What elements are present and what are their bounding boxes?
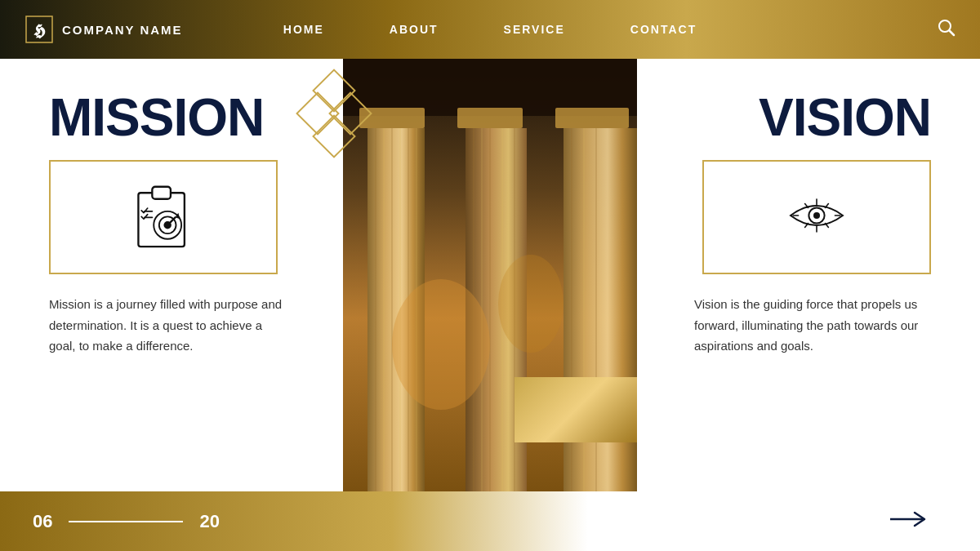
mission-icon-box bbox=[49, 160, 278, 274]
svg-text:𝕳: 𝕳 bbox=[33, 21, 46, 39]
footer: 06 20 bbox=[0, 491, 980, 551]
header: 𝕳 COMPANY NAME HOME ABOUT SERVICE CONTAC… bbox=[0, 0, 980, 59]
vision-icon-box bbox=[702, 160, 931, 274]
svg-point-36 bbox=[498, 255, 564, 353]
vision-title: VISION bbox=[759, 91, 931, 144]
mission-clipboard-icon bbox=[131, 179, 196, 256]
svg-point-38 bbox=[813, 212, 820, 219]
gold-decoration bbox=[514, 377, 637, 442]
vision-section: VISION bbox=[637, 59, 980, 491]
nav-service[interactable]: SERVICE bbox=[504, 23, 565, 36]
logo-icon: 𝕳 bbox=[24, 15, 54, 44]
next-arrow-icon[interactable] bbox=[890, 509, 931, 535]
center-image-area bbox=[343, 59, 637, 491]
page-line bbox=[69, 521, 183, 522]
logo-area[interactable]: 𝕳 COMPANY NAME bbox=[24, 15, 183, 44]
main-nav: HOME ABOUT SERVICE CONTACT bbox=[283, 23, 697, 36]
svg-line-3 bbox=[950, 30, 955, 35]
nav-about[interactable]: ABOUT bbox=[390, 23, 439, 36]
company-name: COMPANY NAME bbox=[62, 23, 183, 37]
nav-contact[interactable]: CONTACT bbox=[630, 23, 697, 36]
nav-home[interactable]: HOME bbox=[283, 23, 324, 36]
pillars-image bbox=[343, 59, 637, 491]
svg-rect-14 bbox=[343, 59, 637, 116]
vision-eye-icon bbox=[784, 191, 849, 243]
search-icon[interactable] bbox=[938, 19, 956, 41]
svg-point-35 bbox=[392, 279, 490, 410]
page-end: 20 bbox=[199, 511, 219, 532]
mission-section: MISSION bbox=[0, 59, 343, 491]
mission-description: Mission is a journey filled with purpose… bbox=[49, 294, 286, 357]
svg-rect-5 bbox=[152, 187, 171, 199]
mission-title: MISSION bbox=[49, 91, 310, 144]
svg-rect-17 bbox=[555, 108, 629, 128]
page-start: 06 bbox=[33, 511, 52, 532]
svg-rect-16 bbox=[457, 108, 523, 128]
main-content: MISSION bbox=[0, 59, 980, 491]
footer-pagination: 06 20 bbox=[33, 511, 220, 532]
vision-description: Vision is the guiding force that propels… bbox=[694, 294, 931, 357]
